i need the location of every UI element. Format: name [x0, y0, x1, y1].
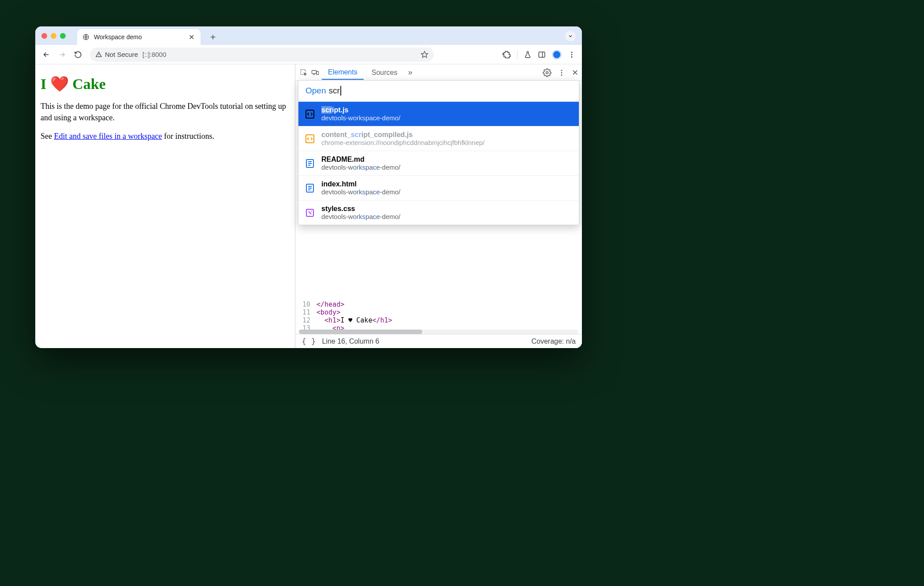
menu-dots-icon[interactable] [568, 51, 576, 59]
svg-point-2 [571, 52, 573, 53]
open-results-list: script.jsdevtools-workspace-demo/ conten… [298, 101, 579, 225]
file-type-icon [305, 158, 315, 169]
devtools-close-icon[interactable]: ✕ [572, 68, 578, 78]
open-file-input[interactable]: Open scr [298, 81, 579, 101]
svg-point-4 [571, 56, 573, 57]
result-path: devtools-workspace-demo/ [321, 188, 400, 196]
source-editor[interactable]: 10</head> 11<body> 12 <h1>I ♥ Cake</h1> … [295, 299, 582, 334]
security-text: Not Secure [105, 51, 138, 58]
devtools-tabs: Elements Sources » ✕ [295, 64, 582, 81]
reload-button[interactable] [71, 48, 85, 61]
devtools-menu-icon[interactable] [558, 69, 566, 77]
devtools-statusbar: { } Line 16, Column 6 Coverage: n/a [295, 334, 582, 348]
side-panel-icon[interactable] [538, 51, 546, 59]
result-path: devtools-workspace-demo/ [321, 213, 400, 220]
bookmark-star-icon[interactable] [421, 51, 428, 59]
svg-point-10 [561, 72, 563, 73]
result-filename: styles.css [321, 205, 400, 213]
open-result-item[interactable]: content_script_compiled.jschrome-extensi… [298, 126, 579, 151]
tab-title: Workspace demo [94, 33, 184, 41]
result-filename: README.md [321, 156, 400, 163]
coverage-status: Coverage: n/a [531, 338, 576, 345]
horizontal-scrollbar[interactable] [299, 330, 578, 334]
tab-overflow-button[interactable] [565, 31, 576, 41]
file-type-icon [305, 183, 315, 193]
result-path: chrome-extension://noondiphcddnnabmjcihc… [321, 139, 484, 146]
page-instructions: See Edit and save files in a workspace f… [41, 130, 290, 142]
open-result-item[interactable]: styles.cssdevtools-workspace-demo/ [298, 200, 579, 225]
open-label: Open [306, 86, 326, 96]
open-query: scr [328, 86, 341, 96]
devtools-panel: Elements Sources » ✕ Open scr [295, 64, 582, 348]
globe-icon [82, 33, 89, 41]
cursor-position: Line 16, Column 6 [322, 338, 380, 345]
result-path: devtools-workspace-demo/ [321, 163, 400, 171]
result-path: devtools-workspace-demo/ [321, 114, 400, 122]
page-viewport: I ❤️ Cake This is the demo page for the … [35, 64, 295, 348]
svg-rect-7 [317, 71, 319, 75]
result-filename: content_script_compiled.js [321, 131, 484, 139]
browser-tab[interactable]: Workspace demo ✕ [77, 29, 201, 45]
settings-gear-icon[interactable] [543, 68, 551, 77]
file-type-icon [305, 109, 315, 119]
labs-icon[interactable] [524, 51, 532, 59]
traffic-lights [41, 33, 66, 39]
close-window-button[interactable] [41, 33, 47, 39]
url-text: [::]:8000 [142, 51, 166, 58]
new-tab-button[interactable]: ＋ [207, 30, 219, 43]
browser-window: Workspace demo ✕ ＋ Not Secure [::]:8000 [35, 26, 582, 348]
svg-point-11 [561, 74, 563, 75]
content-area: I ❤️ Cake This is the demo page for the … [35, 64, 582, 348]
security-badge[interactable]: Not Secure [95, 51, 138, 58]
pretty-print-icon[interactable]: { } [302, 337, 316, 346]
page-paragraph: This is the demo page for the official C… [41, 100, 290, 123]
titlebar: Workspace demo ✕ ＋ [35, 26, 582, 45]
toolbar: Not Secure [::]:8000 [35, 45, 582, 64]
open-result-item[interactable]: index.htmldevtools-workspace-demo/ [298, 175, 579, 200]
tab-close-icon[interactable]: ✕ [189, 33, 194, 41]
svg-point-9 [561, 70, 563, 71]
svg-rect-6 [312, 70, 317, 74]
result-filename: script.js [321, 106, 400, 114]
svg-point-3 [571, 54, 573, 55]
forward-button[interactable] [56, 48, 69, 61]
page-heading: I ❤️ Cake [41, 75, 290, 93]
tab-elements[interactable]: Elements [322, 66, 364, 80]
device-toggle-icon[interactable] [310, 68, 320, 78]
separator [517, 50, 518, 59]
svg-rect-1 [539, 52, 545, 57]
result-filename: index.html [321, 180, 400, 188]
workspace-link[interactable]: Edit and save files in a workspace [54, 132, 162, 141]
file-type-icon [305, 134, 315, 144]
svg-rect-13 [306, 135, 314, 143]
tab-sources[interactable]: Sources [365, 66, 404, 79]
profile-avatar[interactable] [552, 50, 562, 59]
more-tabs-icon[interactable]: » [405, 68, 415, 78]
svg-rect-12 [306, 110, 314, 118]
open-result-item[interactable]: README.mddevtools-workspace-demo/ [298, 151, 579, 175]
open-file-panel: Open scr script.jsdevtools-workspace-dem… [298, 80, 579, 225]
address-bar[interactable]: Not Secure [::]:8000 [90, 48, 434, 62]
back-button[interactable] [40, 48, 53, 61]
file-type-icon [305, 208, 315, 218]
svg-point-8 [546, 71, 548, 74]
open-result-item[interactable]: script.jsdevtools-workspace-demo/ [298, 101, 579, 126]
maximize-window-button[interactable] [60, 33, 66, 39]
inspect-icon[interactable] [299, 68, 309, 78]
minimize-window-button[interactable] [51, 33, 56, 39]
extensions-icon[interactable] [502, 50, 511, 59]
